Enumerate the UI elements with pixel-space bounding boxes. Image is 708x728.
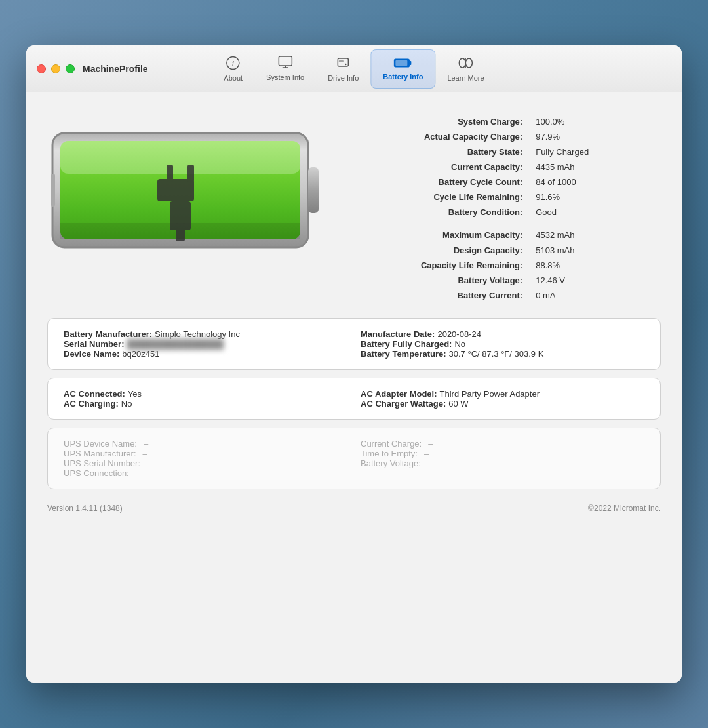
battery-voltage-label: Battery Voltage: bbox=[349, 273, 525, 287]
manufacture-date-label: Manufacture Date: bbox=[361, 329, 435, 339]
maximum-capacity-value: 4532 mAh bbox=[533, 228, 661, 242]
capacity-life-remaining-value: 88.8% bbox=[533, 258, 661, 272]
tab-drive-info-label: Drive Info bbox=[328, 75, 359, 82]
serial-number-value: ████████████████ bbox=[127, 339, 223, 349]
ac-adapter-model-label: AC Adapter Model: bbox=[361, 389, 437, 399]
tab-system-info[interactable]: System Info bbox=[254, 49, 316, 89]
svg-rect-22 bbox=[167, 165, 173, 182]
tab-drive-info[interactable]: Drive Info bbox=[316, 49, 370, 89]
fully-charged-value: No bbox=[454, 339, 465, 349]
battery-details-card: Battery Manufacturer: Simplo Technology … bbox=[47, 318, 661, 370]
system-charge-label: System Charge: bbox=[349, 115, 525, 129]
ups-device-name-label: UPS Device Name: bbox=[64, 439, 137, 449]
ups-serial-number-value: – bbox=[147, 458, 151, 468]
copyright-text: ©2022 Micromat Inc. bbox=[588, 504, 661, 513]
battery-cycle-count-label: Battery Cycle Count: bbox=[349, 175, 525, 189]
footer: Version 1.4.11 (1348) ©2022 Micromat Inc… bbox=[47, 497, 661, 516]
temperature-row: Battery Temperature: 30.7 °C/ 87.3 °F/ 3… bbox=[361, 349, 644, 359]
tab-about-label: About bbox=[224, 75, 243, 82]
device-name-label: Device Name: bbox=[64, 349, 119, 359]
ac-charger-wattage-value: 60 W bbox=[448, 399, 468, 409]
battery-condition-value: Good bbox=[533, 205, 661, 219]
device-name-row: Device Name: bq20z451 bbox=[64, 349, 347, 359]
design-capacity-label: Design Capacity: bbox=[349, 243, 525, 257]
manufacturer-row: Battery Manufacturer: Simplo Technology … bbox=[64, 329, 347, 339]
tab-system-info-label: System Info bbox=[266, 74, 304, 81]
design-capacity-value: 5103 mAh bbox=[533, 243, 661, 257]
ups-device-name-value: – bbox=[144, 439, 148, 449]
battery-current-value: 0 mA bbox=[533, 289, 661, 302]
manufacture-date-value: 2020-08-24 bbox=[437, 329, 481, 339]
ups-time-to-empty-label: Time to Empty: bbox=[361, 449, 418, 458]
battery-info-icon bbox=[394, 56, 412, 71]
tab-battery-info[interactable]: Battery Info bbox=[370, 49, 435, 89]
manufacturer-label: Battery Manufacturer: bbox=[64, 329, 152, 339]
ac-connected-label: AC Connected: bbox=[64, 389, 125, 399]
drive-info-icon bbox=[336, 55, 351, 72]
learn-more-icon bbox=[458, 55, 475, 72]
system-charge-value: 100.0% bbox=[533, 115, 661, 129]
svg-rect-11 bbox=[396, 60, 408, 66]
svg-rect-20 bbox=[51, 174, 55, 207]
tab-learn-more-label: Learn More bbox=[447, 75, 484, 82]
battery-voltage-value: 12.46 V bbox=[533, 273, 661, 287]
manufacture-date-row: Manufacture Date: 2020-08-24 bbox=[361, 329, 644, 339]
ups-current-charge-value: – bbox=[428, 439, 433, 449]
fully-charged-row: Battery Fully Charged: No bbox=[361, 339, 644, 349]
ups-serial-number-label: UPS Serial Number: bbox=[64, 458, 140, 468]
current-capacity-label: Current Capacity: bbox=[349, 160, 525, 174]
toolbar: i About System Info bbox=[212, 45, 496, 92]
ups-battery-voltage-value: – bbox=[427, 458, 432, 468]
battery-cycle-count-value: 84 of 1000 bbox=[533, 175, 661, 189]
svg-rect-25 bbox=[176, 223, 185, 241]
svg-rect-5 bbox=[338, 58, 349, 66]
content-area: System Charge: 100.0% Actual Capacity Ch… bbox=[26, 92, 682, 683]
ups-current-charge-label: Current Charge: bbox=[361, 439, 422, 449]
ac-charging-label: AC Charging: bbox=[64, 399, 119, 409]
svg-rect-19 bbox=[308, 167, 319, 213]
cycle-life-remaining-label: Cycle Life Remaining: bbox=[349, 190, 525, 204]
serial-number-row: Serial Number: ████████████████ bbox=[64, 339, 347, 349]
ac-charger-wattage-row: AC Charger Wattage: 60 W bbox=[361, 399, 644, 409]
ac-adapter-model-row: AC Adapter Model: Third Party Power Adap… bbox=[361, 389, 644, 399]
battery-condition-label: Battery Condition: bbox=[349, 205, 525, 219]
tab-about[interactable]: i About bbox=[212, 49, 254, 89]
minimize-button[interactable] bbox=[51, 64, 60, 73]
tab-learn-more[interactable]: Learn More bbox=[435, 49, 496, 89]
battery-state-label: Battery State: bbox=[349, 145, 525, 159]
ups-connection-row: UPS Connection: – bbox=[64, 468, 347, 478]
app-title: MachineProfile bbox=[83, 64, 148, 74]
ac-details-card: AC Connected: Yes AC Charging: No AC Ada… bbox=[47, 378, 661, 420]
ac-connected-row: AC Connected: Yes bbox=[64, 389, 347, 399]
battery-current-label: Battery Current: bbox=[349, 289, 525, 302]
ups-battery-voltage-label: Battery Voltage: bbox=[361, 458, 421, 468]
serial-number-label: Serial Number: bbox=[64, 339, 124, 349]
ac-charging-value: No bbox=[121, 399, 132, 409]
ups-manufacturer-value: – bbox=[143, 449, 148, 458]
ups-manufacturer-label: UPS Manufacturer: bbox=[64, 449, 136, 458]
svg-rect-21 bbox=[157, 179, 194, 201]
ups-connection-label: UPS Connection: bbox=[64, 468, 129, 478]
ac-charger-wattage-label: AC Charger Wattage: bbox=[361, 399, 446, 409]
capacity-life-remaining-label: Capacity Life Remaining: bbox=[349, 258, 525, 272]
ups-connection-value: – bbox=[136, 468, 140, 478]
ups-serial-number-row: UPS Serial Number: – bbox=[64, 458, 347, 468]
svg-text:i: i bbox=[232, 58, 235, 68]
ac-adapter-model-value: Third Party Power Adapter bbox=[440, 389, 540, 399]
actual-capacity-charge-value: 97.9% bbox=[533, 130, 661, 144]
ups-battery-voltage-row: Battery Voltage: – bbox=[361, 458, 644, 468]
fully-charged-label: Battery Fully Charged: bbox=[361, 339, 452, 349]
actual-capacity-charge-label: Actual Capacity Charge: bbox=[349, 130, 525, 144]
ups-device-name-row: UPS Device Name: – bbox=[64, 439, 347, 449]
app-window: MachineProfile i About bbox=[26, 45, 682, 683]
maximize-button[interactable] bbox=[66, 64, 75, 73]
svg-rect-10 bbox=[410, 61, 412, 65]
close-button[interactable] bbox=[37, 64, 46, 73]
ups-manufacturer-row: UPS Manufacturer: – bbox=[64, 449, 347, 458]
device-name-value: bq20z451 bbox=[122, 349, 159, 359]
svg-rect-23 bbox=[187, 165, 194, 182]
svg-rect-17 bbox=[60, 141, 300, 174]
about-icon: i bbox=[226, 56, 241, 72]
svg-rect-2 bbox=[279, 56, 292, 66]
system-info-icon bbox=[277, 56, 293, 71]
